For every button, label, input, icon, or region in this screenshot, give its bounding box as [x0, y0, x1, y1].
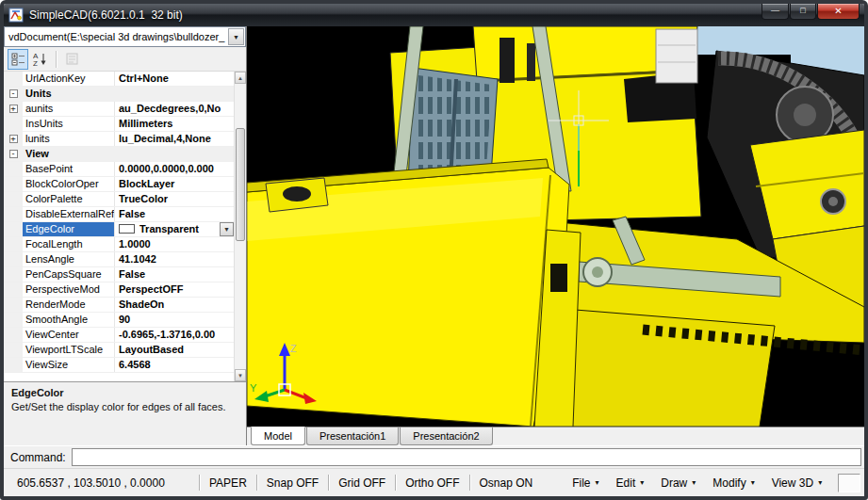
property-row-BasePoint[interactable]: BasePoint0.0000,0.0000,0.000 — [4, 162, 234, 177]
expander-icon[interactable]: + — [4, 132, 23, 146]
tab-presentación1[interactable]: Presentación1 — [306, 427, 399, 445]
alphabetical-sort-button[interactable]: A Z — [29, 49, 50, 70]
menu-edit[interactable]: Edit▾ — [608, 476, 653, 490]
property-row-SmoothAngle[interactable]: SmoothAngle90 — [4, 313, 234, 328]
property-grid: UrlActionKeyCtrl+None-Units+aunitsau_Dec… — [4, 72, 246, 381]
property-pages-button[interactable] — [61, 49, 82, 70]
scroll-down-icon[interactable]: ▼ — [235, 369, 246, 381]
status-toggle-paper[interactable]: PAPER — [206, 476, 250, 490]
property-row-ViewportLTScale[interactable]: ViewportLTScaleLayoutBased — [4, 343, 234, 358]
property-grid-rows: UrlActionKeyCtrl+None-Units+aunitsau_Dec… — [4, 72, 234, 381]
property-grid-scrollbar[interactable]: ▲ ▼ — [234, 72, 246, 381]
title-bar[interactable]: SimpleCAD(6.6021.0.1 32 bit) — □ ✕ — [4, 4, 864, 26]
chevron-down-icon: ▾ — [751, 478, 755, 487]
property-value[interactable]: au_Decdegrees,0,No — [115, 102, 234, 116]
property-name: aunits — [23, 102, 115, 116]
property-row-BlockColorOper[interactable]: BlockColorOperBlockLayer — [4, 177, 234, 192]
combo-dropdown-icon[interactable]: ▼ — [228, 28, 244, 45]
property-row-RenderMode[interactable]: RenderModeShadeOn — [4, 298, 234, 313]
property-value[interactable]: False — [115, 207, 234, 221]
property-value[interactable]: lu_Decimal,4,None — [115, 132, 234, 146]
property-value[interactable]: -0.6965,-1.3716,0.00 — [115, 328, 234, 342]
property-row-EdgeColor[interactable]: EdgeColorTransparent▼ — [4, 222, 234, 237]
property-value[interactable]: 6.4568 — [115, 358, 234, 372]
property-name: DisableExternalRefe — [23, 207, 115, 221]
property-value[interactable]: 41.1042 — [115, 252, 234, 266]
property-value[interactable]: TrueColor — [115, 192, 234, 206]
axis-z-label: Z — [290, 343, 297, 354]
command-label: Command: — [7, 451, 72, 464]
expander-icon[interactable]: - — [4, 87, 23, 101]
property-row-LensAngle[interactable]: LensAngle41.1042 — [4, 252, 234, 267]
property-row-ColorPalette[interactable]: ColorPaletteTrueColor — [4, 192, 234, 207]
menu-file[interactable]: File▾ — [564, 476, 607, 490]
categorized-icon — [11, 52, 25, 66]
property-value[interactable]: PerspectOFF — [115, 282, 234, 297]
property-name: ViewCenter — [23, 328, 115, 342]
property-row-ViewCenter[interactable]: ViewCenter-0.6965,-1.3716,0.00 — [4, 328, 234, 343]
property-row-lunits[interactable]: +lunitslu_Decimal,4,None — [4, 132, 234, 147]
status-toggle-snap-off[interactable]: Snap OFF — [264, 476, 321, 490]
status-field[interactable] — [838, 474, 860, 492]
status-menus: File▾Edit▾Draw▾Modify▾View 3D▾ — [564, 476, 830, 490]
property-row-InsUnits[interactable]: InsUnitsMillimeters — [4, 117, 234, 132]
command-line: Command: — [4, 445, 864, 468]
property-row-Units[interactable]: -Units — [4, 87, 234, 102]
property-value[interactable]: False — [115, 267, 234, 282]
property-value[interactable]: BlockLayer — [115, 177, 234, 191]
app-window: SimpleCAD(6.6021.0.1 32 bit) — □ ✕ vdDoc… — [0, 0, 868, 500]
property-value[interactable]: Millimeters — [115, 117, 234, 131]
property-row-PerspectiveMod[interactable]: PerspectiveModPerspectOFF — [4, 282, 234, 298]
property-name: InsUnits — [23, 117, 115, 131]
property-name: SmoothAngle — [23, 313, 115, 327]
viewport-canvas[interactable]: Z Y — [247, 26, 864, 427]
status-toggle-grid-off[interactable]: Grid OFF — [336, 476, 388, 490]
expander-icon[interactable]: - — [4, 147, 23, 161]
property-row-DisableExternalRefe[interactable]: DisableExternalRefeFalse — [4, 207, 234, 222]
menu-draw[interactable]: Draw▾ — [652, 476, 704, 490]
row-gutter — [4, 237, 23, 251]
row-gutter — [4, 328, 23, 342]
property-value[interactable]: 0.0000,0.0000,0.000 — [115, 162, 234, 176]
expander-icon[interactable]: + — [4, 102, 23, 116]
menu-modify[interactable]: Modify▾ — [704, 476, 762, 490]
properties-panel: vdDocument(E:\special 3d drawings\bulldo… — [4, 26, 247, 445]
property-name: UrlActionKey — [23, 72, 115, 86]
property-value[interactable]: 90 — [115, 313, 234, 327]
property-value[interactable]: LayoutBased — [115, 343, 234, 357]
status-toggle-osnap-on[interactable]: Osnap ON — [477, 476, 536, 490]
property-value[interactable]: Transparent▼ — [115, 222, 234, 236]
value-dropdown-button[interactable]: ▼ — [220, 222, 234, 236]
separator — [256, 475, 257, 491]
close-button[interactable]: ✕ — [817, 4, 860, 20]
scroll-up-icon[interactable]: ▲ — [235, 72, 246, 84]
chevron-down-icon: ▾ — [818, 478, 822, 487]
viewport-column: Z Y ModelPresentac — [247, 26, 864, 445]
document-combo[interactable]: vdDocument(E:\special 3d drawings\bulldo… — [4, 26, 246, 47]
tab-presentación2[interactable]: Presentación2 — [400, 427, 492, 445]
property-row-View[interactable]: -View — [4, 147, 234, 162]
property-name: View — [23, 147, 234, 161]
property-row-UrlActionKey[interactable]: UrlActionKeyCtrl+None — [4, 72, 234, 87]
model-viewport[interactable]: Z Y — [247, 26, 864, 427]
tab-model[interactable]: Model — [251, 427, 305, 445]
property-row-PenCapsSquare[interactable]: PenCapsSquareFalse — [4, 267, 234, 282]
svg-text:Z: Z — [33, 59, 38, 66]
row-gutter — [4, 162, 23, 176]
row-gutter — [4, 313, 23, 327]
property-row-ViewSize[interactable]: ViewSize6.4568 — [4, 358, 234, 373]
property-name: PerspectiveMod — [23, 282, 115, 297]
minimize-button[interactable]: — — [762, 4, 789, 20]
command-input[interactable] — [72, 448, 861, 466]
row-gutter — [4, 207, 23, 221]
categorized-view-button[interactable] — [8, 49, 28, 70]
scrollbar-thumb[interactable] — [236, 128, 245, 241]
property-row-FocalLength[interactable]: FocalLength1.0000 — [4, 237, 234, 252]
property-row-aunits[interactable]: +aunitsau_Decdegrees,0,No — [4, 102, 234, 117]
property-value[interactable]: Ctrl+None — [115, 72, 234, 86]
maximize-button[interactable]: □ — [790, 4, 816, 20]
property-value[interactable]: ShadeOn — [115, 298, 234, 312]
menu-view-3d[interactable]: View 3D▾ — [763, 476, 830, 490]
property-value[interactable]: 1.0000 — [115, 237, 234, 251]
status-toggle-ortho-off[interactable]: Ortho OFF — [402, 476, 462, 490]
